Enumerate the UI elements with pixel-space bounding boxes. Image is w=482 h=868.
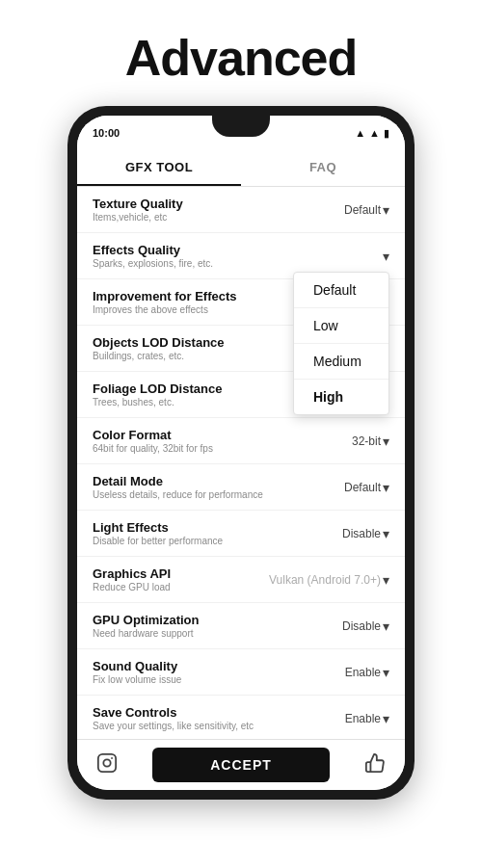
phone-frame: 10:00 ▲ ▲ ▮ GFX TOOL FAQ Texture Quality…: [67, 106, 415, 800]
dropdown-option-medium[interactable]: Medium: [294, 344, 388, 380]
tab-faq[interactable]: FAQ: [241, 150, 405, 186]
battery-icon: ▮: [384, 127, 389, 140]
tab-gfx-tool[interactable]: GFX TOOL: [77, 150, 241, 186]
thumbsup-icon[interactable]: [364, 752, 386, 778]
phone-screen: 10:00 ▲ ▲ ▮ GFX TOOL FAQ Texture Quality…: [77, 116, 405, 790]
setting-save-controls[interactable]: Save Controls Save your settings, like s…: [77, 696, 405, 739]
svg-point-1: [103, 759, 110, 766]
graphics-api-value: Vulkan (Android 7.0+) ▾: [269, 572, 389, 588]
save-controls-value: Enable ▾: [345, 711, 389, 726]
status-icons: ▲ ▲ ▮: [355, 127, 389, 140]
accept-button[interactable]: ACCEPT: [152, 748, 330, 782]
color-format-label: Color Format: [93, 428, 352, 442]
light-effects-label: Light Effects: [93, 520, 342, 535]
wifi-icon: ▲: [355, 127, 365, 139]
gpu-optimization-desc: Need hardware support: [93, 628, 342, 639]
setting-gpu-optimization[interactable]: GPU Optimization Need hardware support D…: [77, 603, 405, 649]
status-time: 10:00: [93, 127, 120, 139]
setting-color-format[interactable]: Color Format 64bit for quality, 32bit fo…: [77, 418, 405, 464]
settings-list: Texture Quality Items,vehicle, etc Defau…: [77, 187, 405, 739]
instagram-icon[interactable]: [96, 752, 118, 778]
setting-detail-mode[interactable]: Detail Mode Useless details, reduce for …: [77, 464, 405, 511]
light-effects-value: Disable ▾: [342, 526, 389, 541]
gpu-optimization-value: Disable ▾: [342, 618, 389, 634]
effects-quality-desc: Sparks, explosions, fire, etc.: [93, 258, 383, 269]
notch: [212, 116, 270, 137]
dropdown-option-low[interactable]: Low: [294, 308, 388, 344]
svg-point-2: [111, 757, 113, 759]
tabs-bar: GFX TOOL FAQ: [77, 150, 405, 187]
save-controls-label: Save Controls: [93, 705, 345, 720]
setting-graphics-api[interactable]: Graphics API Reduce GPU load Vulkan (And…: [77, 557, 405, 603]
dropdown-option-default[interactable]: Default: [294, 273, 388, 308]
sound-quality-desc: Fix low volume issue: [93, 674, 345, 685]
detail-mode-value: Default ▾: [344, 480, 389, 495]
graphics-api-arrow: ▾: [383, 572, 389, 588]
texture-quality-arrow: ▾: [383, 202, 389, 218]
texture-quality-desc: Items,vehicle, etc: [93, 212, 344, 223]
color-format-desc: 64bit for quality, 32bit for fps: [93, 443, 352, 454]
sound-quality-arrow: ▾: [383, 665, 389, 680]
signal-icon: ▲: [369, 127, 380, 139]
gpu-optimization-label: GPU Optimization: [93, 613, 342, 627]
svg-rect-0: [98, 753, 116, 771]
sound-quality-label: Sound Quality: [93, 659, 345, 673]
light-effects-desc: Disable for better performance: [93, 536, 342, 546]
detail-mode-arrow: ▾: [383, 480, 389, 495]
effects-quality-value: ▾: [383, 249, 389, 264]
detail-mode-desc: Useless details, reduce for performance: [93, 489, 344, 500]
effects-quality-dropdown[interactable]: Default Low Medium High: [293, 272, 389, 415]
save-controls-arrow: ▾: [383, 711, 389, 726]
bottom-bar: ACCEPT: [77, 739, 405, 790]
texture-quality-label: Texture Quality: [93, 197, 344, 211]
color-format-value: 32-bit ▾: [352, 434, 389, 449]
dropdown-option-high[interactable]: High: [294, 380, 388, 414]
graphics-api-desc: Reduce GPU load: [93, 582, 269, 592]
page-title: Advanced: [125, 29, 358, 87]
detail-mode-label: Detail Mode: [93, 474, 344, 488]
setting-effects-quality[interactable]: Effects Quality Sparks, explosions, fire…: [77, 233, 405, 279]
save-controls-desc: Save your settings, like sensitivity, et…: [93, 721, 345, 731]
sound-quality-value: Enable ▾: [345, 665, 389, 680]
gpu-optimization-arrow: ▾: [383, 618, 389, 634]
setting-sound-quality[interactable]: Sound Quality Fix low volume issue Enabl…: [77, 649, 405, 696]
graphics-api-label: Graphics API: [93, 566, 269, 581]
setting-texture-quality[interactable]: Texture Quality Items,vehicle, etc Defau…: [77, 187, 405, 233]
light-effects-arrow: ▾: [383, 526, 389, 541]
status-bar: 10:00 ▲ ▲ ▮: [77, 116, 405, 150]
texture-quality-value: Default ▾: [344, 202, 389, 218]
effects-quality-label: Effects Quality: [93, 243, 383, 257]
effects-quality-arrow: ▾: [383, 249, 389, 264]
color-format-arrow: ▾: [383, 434, 389, 449]
setting-light-effects[interactable]: Light Effects Disable for better perform…: [77, 511, 405, 557]
